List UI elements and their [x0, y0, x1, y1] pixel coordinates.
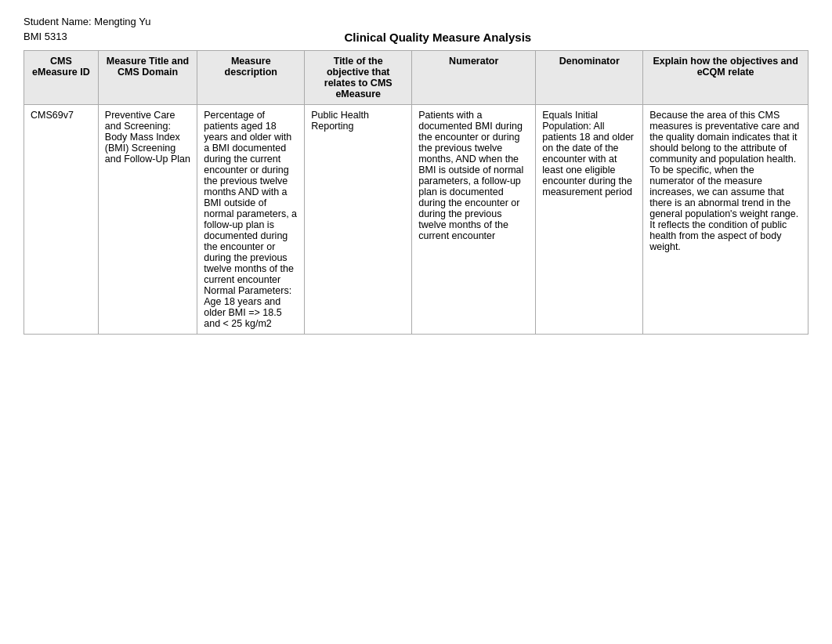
cell-measure-desc: Percentage of patients aged 18 years and…: [197, 105, 305, 335]
clinical-quality-table: CMS eMeasure ID Measure Title and CMS Do…: [24, 50, 808, 335]
cell-measure-title: Preventive Care and Screening: Body Mass…: [98, 105, 197, 335]
cell-explain: Because the area of this CMS measures is…: [643, 105, 808, 335]
header-objective-title: Title of the objective that relates to C…: [305, 51, 412, 105]
cell-objective-title: Public Health Reporting: [305, 105, 412, 335]
header-measure-title: Measure Title and CMS Domain: [98, 51, 197, 105]
cell-denominator: Equals Initial Population: All patients …: [536, 105, 643, 335]
header-explain: Explain how the objectives and eCQM rela…: [643, 51, 808, 105]
bmi-label: BMI 5313: [24, 31, 67, 42]
header-measure-desc: Measure description: [197, 51, 305, 105]
header-cms-id: CMS eMeasure ID: [24, 51, 99, 105]
table-row: CMS69v7 Preventive Care and Screening: B…: [24, 105, 808, 335]
header-numerator: Numerator: [412, 51, 536, 105]
cell-numerator: Patients with a documented BMI during th…: [412, 105, 536, 335]
student-name: Student Name: Mengting Yu: [24, 16, 808, 27]
header-denominator: Denominator: [536, 51, 643, 105]
cell-cms-id: CMS69v7: [24, 105, 99, 335]
report-title: Clinical Quality Measure Analysis: [67, 31, 808, 44]
